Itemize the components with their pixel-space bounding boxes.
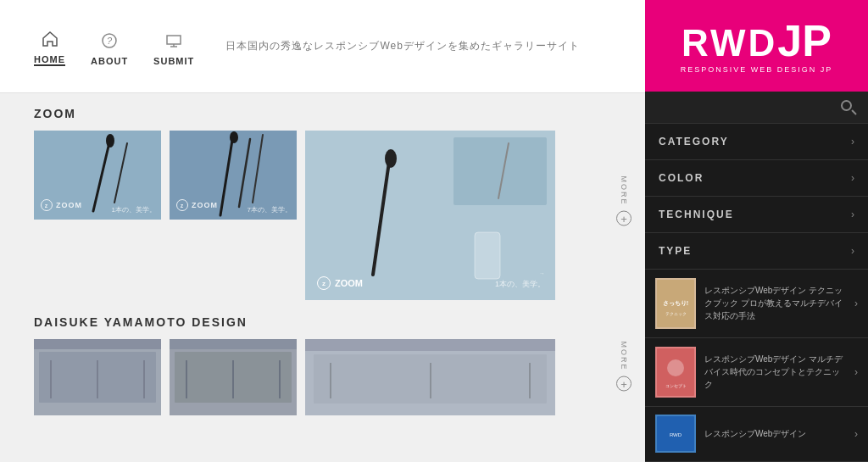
home-icon	[38, 27, 62, 51]
main-area: HOME ? ABOUT	[0, 0, 645, 462]
svg-rect-24	[170, 339, 297, 349]
book-item-2[interactable]: コンセプト レスポンシブWebデザイン マルチデバイス時代のコンセプトとテクニッ…	[645, 338, 868, 407]
book-text-2: レスポンシブWebデザイン マルチデバイス時代のコンセプトとテクニック	[704, 353, 846, 391]
daisuke-more-button[interactable]: +	[616, 376, 632, 392]
header: HOME ? ABOUT	[0, 0, 645, 93]
zoom-caption-1: 1本の、美学。	[112, 205, 156, 214]
zoom-logo-3: z ZOOM	[317, 276, 363, 290]
daisuke-thumb-1[interactable]	[34, 339, 161, 415]
nav-submit-label: SUBMIT	[153, 56, 194, 66]
zoom-caption-2: 7本の、美学。	[248, 205, 292, 214]
zoom-caption-3: 1本の、美学。	[495, 279, 545, 290]
zoom-thumb-1[interactable]: z ZOOM 1本の、美学。	[34, 131, 161, 220]
svg-text:さっちり!: さっちり!	[663, 300, 688, 307]
book-arrow-1: ›	[854, 298, 858, 309]
category-label: CATEGORY	[659, 136, 729, 148]
search-icon[interactable]	[841, 100, 856, 115]
svg-rect-12	[453, 137, 547, 205]
book-item-3[interactable]: RWD レスポンシブWebデザイン ›	[645, 407, 868, 462]
nav-home[interactable]: HOME	[34, 27, 65, 66]
book-arrow-3: ›	[854, 428, 858, 440]
svg-point-4	[106, 134, 114, 148]
book-text-1: レスポンシブWebデザイン テクニックブック プロが教えるマルチデバイス対応の手…	[704, 284, 846, 322]
sidebar-category[interactable]: CATEGORY ›	[645, 124, 868, 160]
book-arrow-2: ›	[854, 366, 858, 378]
technique-chevron: ›	[851, 209, 854, 220]
svg-text:RWD: RWD	[670, 432, 682, 437]
daisuke-thumb-3[interactable]	[305, 339, 555, 415]
zoom-logo-2: z ZOOM	[176, 199, 218, 211]
about-icon: ?	[97, 29, 121, 53]
svg-rect-18	[34, 339, 161, 349]
nav-home-label: HOME	[34, 54, 65, 66]
type-label: TYPE	[659, 245, 692, 257]
logo-sub: RESPONSIVE WEB DESIGN JP	[681, 65, 833, 74]
tagline: 日本国内の秀逸なレスポンシブWebデザインを集めたギャラリーサイト	[194, 39, 611, 53]
book-item-1[interactable]: さっちり! テクニック レスポンシブWebデザイン テクニックブック プロが教え…	[645, 270, 868, 338]
technique-label: TECHNIQUE	[659, 209, 734, 220]
zoom-thumb-2[interactable]: z ZOOM 7本の、美学。	[170, 131, 297, 220]
daisuke-more-text: MORE	[620, 342, 628, 371]
sidebar-color[interactable]: COLOR ›	[645, 160, 868, 197]
svg-point-8	[230, 131, 238, 143]
zoom-section: ZOOM z ZOOM 1本の、美学。	[0, 93, 645, 309]
book-thumb-3: RWD	[655, 415, 696, 453]
sidebar-type[interactable]: TYPE ›	[645, 233, 868, 270]
zoom-more-text: MORE	[620, 176, 628, 206]
submit-icon	[162, 29, 186, 53]
daisuke-thumb-2[interactable]	[170, 339, 297, 415]
sidebar: RWD JP RESPONSIVE WEB DESIGN JP CATEGORY…	[645, 0, 868, 462]
daisuke-gallery-row	[34, 339, 594, 415]
svg-point-41	[667, 359, 684, 376]
nav-about-label: ABOUT	[91, 56, 128, 66]
book-text-3: レスポンシブWebデザイン	[704, 427, 806, 440]
sidebar-search[interactable]	[645, 92, 868, 123]
nav-about[interactable]: ? ABOUT	[91, 29, 128, 66]
logo-rwd: RWD	[682, 25, 777, 62]
zoom-gallery-row: z ZOOM 1本の、美学。 z Z	[34, 131, 594, 300]
sidebar-technique[interactable]: TECHNIQUE ›	[645, 197, 868, 233]
book-thumb-1: さっちり! テクニック	[655, 278, 696, 329]
svg-text:テクニック: テクニック	[665, 311, 687, 316]
svg-text:コンセプト: コンセプト	[665, 383, 687, 388]
logo-jp: JP	[777, 19, 832, 63]
type-chevron: ›	[851, 245, 854, 257]
color-label: COLOR	[659, 172, 704, 184]
content-area: ZOOM z ZOOM 1本の、美学。	[0, 93, 645, 462]
daisuke-more[interactable]: MORE +	[616, 342, 632, 392]
sidebar-logo[interactable]: RWD JP RESPONSIVE WEB DESIGN JP	[645, 0, 868, 92]
daisuke-title: DAISUKE YAMAMOTO DESIGN	[34, 315, 594, 329]
nav-submit[interactable]: SUBMIT	[153, 29, 194, 66]
zoom-thumb-3[interactable]: z ZOOM 1本の、美学。 →	[305, 131, 555, 300]
svg-rect-16	[475, 232, 500, 279]
daisuke-section: DAISUKE YAMAMOTO DESIGN	[0, 309, 645, 424]
zoom-more-button[interactable]: +	[616, 211, 632, 226]
svg-text:?: ?	[107, 36, 113, 46]
zoom-more[interactable]: MORE +	[616, 176, 632, 226]
zoom-arrow: →	[539, 270, 545, 276]
logo-text-group: RWD JP	[682, 19, 832, 63]
zoom-logo-1: z ZOOM	[41, 199, 82, 211]
nav-left: HOME ? ABOUT	[34, 27, 194, 66]
category-chevron: ›	[851, 136, 854, 148]
svg-rect-30	[305, 339, 555, 351]
book-thumb-2: コンセプト	[655, 347, 696, 398]
svg-point-14	[385, 149, 397, 168]
zoom-title: ZOOM	[34, 107, 594, 120]
color-chevron: ›	[851, 172, 854, 184]
